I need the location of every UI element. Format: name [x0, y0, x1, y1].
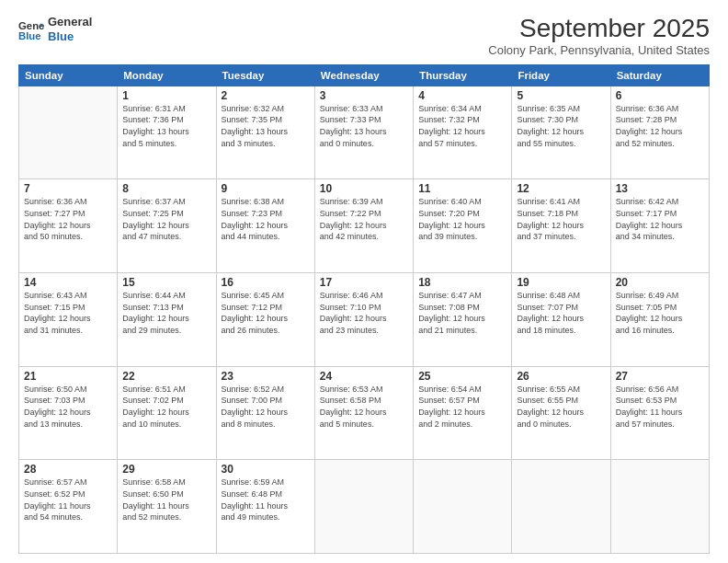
day-number: 24: [320, 370, 408, 383]
day-cell: 28Sunrise: 6:57 AMSunset: 6:52 PMDayligh…: [19, 460, 118, 554]
day-cell: [512, 460, 610, 554]
day-number: 25: [418, 370, 506, 383]
weekday-monday: Monday: [118, 64, 216, 86]
day-info: Sunrise: 6:36 AMSunset: 7:27 PMDaylight:…: [24, 196, 112, 242]
day-cell: 19Sunrise: 6:48 AMSunset: 7:07 PMDayligh…: [512, 273, 610, 367]
day-number: 11: [418, 182, 506, 195]
day-cell: 16Sunrise: 6:45 AMSunset: 7:12 PMDayligh…: [216, 273, 314, 367]
day-info: Sunrise: 6:46 AMSunset: 7:10 PMDaylight:…: [320, 290, 408, 336]
day-number: 30: [222, 463, 310, 476]
day-cell: 22Sunrise: 6:51 AMSunset: 7:02 PMDayligh…: [118, 366, 216, 460]
day-info: Sunrise: 6:31 AMSunset: 7:36 PMDaylight:…: [122, 103, 210, 149]
day-info: Sunrise: 6:35 AMSunset: 7:30 PMDaylight:…: [517, 103, 605, 149]
day-number: 16: [222, 276, 310, 289]
day-number: 23: [222, 370, 310, 383]
day-cell: 3Sunrise: 6:33 AMSunset: 7:33 PMDaylight…: [314, 86, 413, 179]
day-cell: 18Sunrise: 6:47 AMSunset: 7:08 PMDayligh…: [414, 273, 512, 367]
day-number: 10: [320, 182, 408, 195]
day-number: 4: [418, 89, 506, 102]
day-cell: 8Sunrise: 6:37 AMSunset: 7:25 PMDaylight…: [118, 179, 216, 273]
day-number: 21: [24, 370, 112, 383]
day-number: 29: [122, 463, 210, 476]
day-info: Sunrise: 6:32 AMSunset: 7:35 PMDaylight:…: [222, 103, 310, 149]
day-info: Sunrise: 6:38 AMSunset: 7:23 PMDaylight:…: [222, 196, 310, 242]
day-info: Sunrise: 6:47 AMSunset: 7:08 PMDaylight:…: [418, 290, 506, 336]
day-cell: 1Sunrise: 6:31 AMSunset: 7:36 PMDaylight…: [118, 86, 216, 179]
day-info: Sunrise: 6:55 AMSunset: 6:55 PMDaylight:…: [517, 384, 605, 430]
title-block: September 2025 Colony Park, Pennsylvania…: [488, 15, 710, 57]
day-cell: 29Sunrise: 6:58 AMSunset: 6:50 PMDayligh…: [118, 460, 216, 554]
day-number: 9: [222, 182, 310, 195]
day-info: Sunrise: 6:53 AMSunset: 6:58 PMDaylight:…: [320, 384, 408, 430]
day-info: Sunrise: 6:51 AMSunset: 7:02 PMDaylight:…: [122, 384, 210, 430]
logo-icon: General Blue: [18, 17, 44, 42]
day-info: Sunrise: 6:50 AMSunset: 7:03 PMDaylight:…: [24, 384, 112, 430]
svg-text:Blue: Blue: [18, 29, 41, 40]
day-info: Sunrise: 6:52 AMSunset: 7:00 PMDaylight:…: [222, 384, 310, 430]
day-cell: 26Sunrise: 6:55 AMSunset: 6:55 PMDayligh…: [512, 366, 610, 460]
weekday-tuesday: Tuesday: [216, 64, 314, 86]
day-info: Sunrise: 6:48 AMSunset: 7:07 PMDaylight:…: [517, 290, 605, 336]
day-info: Sunrise: 6:37 AMSunset: 7:25 PMDaylight:…: [122, 196, 210, 242]
week-row-3: 14Sunrise: 6:43 AMSunset: 7:15 PMDayligh…: [19, 273, 710, 367]
day-cell: 11Sunrise: 6:40 AMSunset: 7:20 PMDayligh…: [414, 179, 512, 273]
day-info: Sunrise: 6:56 AMSunset: 6:53 PMDaylight:…: [616, 384, 704, 430]
day-info: Sunrise: 6:58 AMSunset: 6:50 PMDaylight:…: [122, 477, 210, 523]
day-number: 28: [24, 463, 112, 476]
day-cell: 15Sunrise: 6:44 AMSunset: 7:13 PMDayligh…: [118, 273, 216, 367]
day-number: 20: [616, 276, 704, 289]
weekday-wednesday: Wednesday: [314, 64, 413, 86]
day-number: 2: [222, 89, 310, 102]
day-number: 13: [616, 182, 704, 195]
day-info: Sunrise: 6:59 AMSunset: 6:48 PMDaylight:…: [222, 477, 310, 523]
day-info: Sunrise: 6:45 AMSunset: 7:12 PMDaylight:…: [222, 290, 310, 336]
day-info: Sunrise: 6:54 AMSunset: 6:57 PMDaylight:…: [418, 384, 506, 430]
weekday-sunday: Sunday: [19, 64, 118, 86]
day-info: Sunrise: 6:39 AMSunset: 7:22 PMDaylight:…: [320, 196, 408, 242]
day-number: 1: [122, 89, 210, 102]
day-info: Sunrise: 6:43 AMSunset: 7:15 PMDaylight:…: [24, 290, 112, 336]
day-number: 6: [616, 89, 704, 102]
day-cell: 7Sunrise: 6:36 AMSunset: 7:27 PMDaylight…: [19, 179, 118, 273]
day-number: 14: [24, 276, 112, 289]
day-info: Sunrise: 6:40 AMSunset: 7:20 PMDaylight:…: [418, 196, 506, 242]
day-cell: 10Sunrise: 6:39 AMSunset: 7:22 PMDayligh…: [314, 179, 413, 273]
day-cell: 12Sunrise: 6:41 AMSunset: 7:18 PMDayligh…: [512, 179, 610, 273]
day-cell: 25Sunrise: 6:54 AMSunset: 6:57 PMDayligh…: [414, 366, 512, 460]
day-info: Sunrise: 6:57 AMSunset: 6:52 PMDaylight:…: [24, 477, 112, 523]
week-row-2: 7Sunrise: 6:36 AMSunset: 7:27 PMDaylight…: [19, 179, 710, 273]
day-number: 22: [122, 370, 210, 383]
weekday-thursday: Thursday: [414, 64, 512, 86]
day-cell: 2Sunrise: 6:32 AMSunset: 7:35 PMDaylight…: [216, 86, 314, 179]
day-cell: 27Sunrise: 6:56 AMSunset: 6:53 PMDayligh…: [610, 366, 709, 460]
day-number: 19: [517, 276, 605, 289]
day-cell: 20Sunrise: 6:49 AMSunset: 7:05 PMDayligh…: [610, 273, 709, 367]
week-row-4: 21Sunrise: 6:50 AMSunset: 7:03 PMDayligh…: [19, 366, 710, 460]
calendar-table: SundayMondayTuesdayWednesdayThursdayFrid…: [18, 64, 710, 554]
day-number: 8: [122, 182, 210, 195]
week-row-1: 1Sunrise: 6:31 AMSunset: 7:36 PMDaylight…: [19, 86, 710, 179]
day-cell: [414, 460, 512, 554]
day-cell: 21Sunrise: 6:50 AMSunset: 7:03 PMDayligh…: [19, 366, 118, 460]
weekday-header-row: SundayMondayTuesdayWednesdayThursdayFrid…: [19, 64, 710, 86]
day-number: 26: [517, 370, 605, 383]
day-info: Sunrise: 6:34 AMSunset: 7:32 PMDaylight:…: [418, 103, 506, 149]
day-number: 7: [24, 182, 112, 195]
day-cell: [610, 460, 709, 554]
day-cell: 23Sunrise: 6:52 AMSunset: 7:00 PMDayligh…: [216, 366, 314, 460]
day-cell: 13Sunrise: 6:42 AMSunset: 7:17 PMDayligh…: [610, 179, 709, 273]
day-info: Sunrise: 6:44 AMSunset: 7:13 PMDaylight:…: [122, 290, 210, 336]
day-number: 15: [122, 276, 210, 289]
logo: General Blue General Blue: [18, 15, 92, 43]
day-cell: [314, 460, 413, 554]
day-cell: 6Sunrise: 6:36 AMSunset: 7:28 PMDaylight…: [610, 86, 709, 179]
month-title: September 2025: [488, 15, 710, 43]
day-cell: 9Sunrise: 6:38 AMSunset: 7:23 PMDaylight…: [216, 179, 314, 273]
location-subtitle: Colony Park, Pennsylvania, United States: [488, 43, 710, 57]
day-info: Sunrise: 6:36 AMSunset: 7:28 PMDaylight:…: [616, 103, 704, 149]
week-row-5: 28Sunrise: 6:57 AMSunset: 6:52 PMDayligh…: [19, 460, 710, 554]
day-info: Sunrise: 6:49 AMSunset: 7:05 PMDaylight:…: [616, 290, 704, 336]
day-cell: 14Sunrise: 6:43 AMSunset: 7:15 PMDayligh…: [19, 273, 118, 367]
day-cell: 17Sunrise: 6:46 AMSunset: 7:10 PMDayligh…: [314, 273, 413, 367]
calendar-page: General Blue General Blue September 2025…: [0, 0, 728, 563]
